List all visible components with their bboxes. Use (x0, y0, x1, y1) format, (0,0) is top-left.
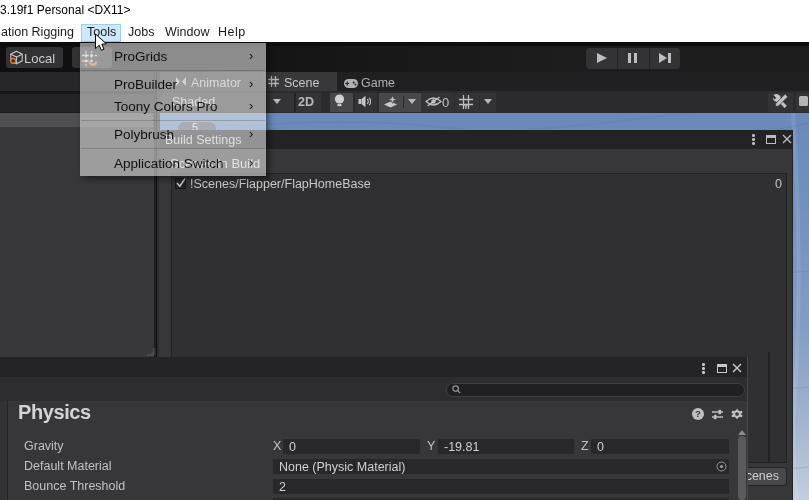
svg-text:Y: Y (463, 102, 469, 110)
